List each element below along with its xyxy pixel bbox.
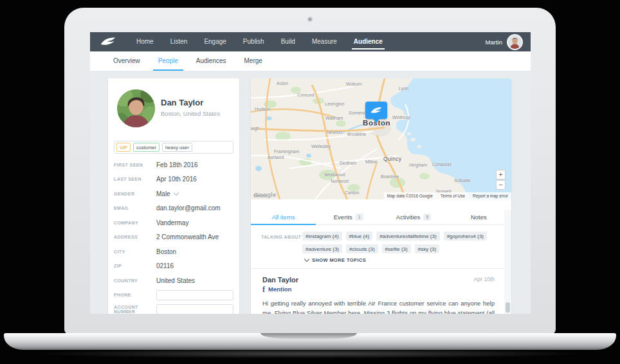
field-value: Boston [156,248,176,255]
field-value: Apr 10th 2016 [156,176,197,183]
map-zoom-in-button[interactable]: + [496,170,506,179]
map-town-label: Waltham [325,116,343,120]
main-nav: Home Listen Engage Publish Build Measure… [128,32,391,51]
map-data-credit: Map data ©2016 Google [387,194,433,198]
field-address: ADDRESS 2 Commonwealth Ave [114,230,233,245]
subnav-overview[interactable]: Overview [112,51,141,71]
topic-chip[interactable]: #selfie (3) [382,244,411,253]
topic-chip[interactable]: #blue (4) [346,232,373,241]
field-account-number: ACCOUNT NUMBER [114,302,233,314]
field-value: Vandermay [156,219,188,226]
post-channel-label: Mention [268,286,291,293]
topic-chip[interactable]: #goprohero4 (3) [444,232,487,241]
nav-item-engage[interactable]: Engage [196,32,234,51]
nav-item-build[interactable]: Build [273,32,304,51]
falcon-map-marker[interactable] [365,102,387,119]
map-town-label: Newton [327,130,342,134]
topic-chip[interactable]: #clouds (3) [346,244,378,253]
falcon-logo-icon[interactable] [100,37,118,48]
subnav-merge[interactable]: Merge [243,51,264,71]
phone-input[interactable] [156,290,233,300]
terms-of-use-link[interactable]: Terms of Use [441,194,465,198]
map-town-label: Concord [297,93,314,97]
map-zoom-out-button[interactable]: − [496,180,506,190]
topic-chip[interactable]: #adventureofalifetime (3) [376,232,440,241]
field-label: FIRST SEEN [114,163,156,167]
map-town-label: Canton [345,190,360,195]
feed-post: Dan Taylor Apr 10th f Mention Hi getting… [251,268,511,314]
show-more-topics-button[interactable]: SHOW MORE TOPICS [305,257,366,263]
map-town-label: Hingham [409,163,427,167]
map-town-label: Marlborough [251,126,259,131]
map-town-label: Acton [277,81,288,86]
tags-input[interactable]: VIP customer heavy user [114,141,233,154]
field-label: CITY [114,250,156,254]
nav-item-publish[interactable]: Publish [235,32,273,51]
map-town-label: Hudson [255,107,270,111]
talking-about-label: TALKING ABOUT [261,232,302,263]
field-city: CITY Boston [114,244,233,259]
topic-chip[interactable]: #sky (3) [415,244,439,253]
tab-label: All items [272,214,295,221]
profile-header: Dan Taylor Boston, United States [108,78,239,141]
nav-item-home[interactable]: Home [128,32,162,51]
field-gender: GENDER Male [114,187,233,201]
location-map[interactable]: Acton Concord Lexington Woburn Lynn Huds… [251,78,511,199]
feed-scrollbar-thumb[interactable] [506,302,510,313]
laptop-base-notch [260,333,357,339]
subnav-people[interactable]: People [157,51,179,71]
post-body: Hi getting really annoyed with terrible … [262,298,495,314]
profile-card: Dan Taylor Boston, United States VIP cus… [108,78,239,314]
field-value: United States [156,277,195,284]
tab-notes[interactable]: Notes [446,210,511,224]
tab-events[interactable]: Events 1 [316,210,381,224]
show-more-label: SHOW MORE TOPICS [312,257,366,263]
field-country: COUNTRY United States [114,273,233,288]
map-town-label: Braintree [381,174,399,179]
profile-name: Dan Taylor [161,98,220,107]
topic-chip[interactable]: #instagram (4) [302,232,342,241]
tag-vip[interactable]: VIP [116,143,131,152]
nav-item-measure[interactable]: Measure [304,32,345,51]
facebook-icon: f [262,286,265,293]
field-label: ZIP [114,264,156,268]
map-town-label: Lexington [325,102,344,106]
field-label: COUNTRY [114,278,156,283]
user-name: Martin [486,39,502,46]
tab-all-items[interactable]: All items [251,210,316,224]
audience-subnav: Overview People Audiences Merge [90,51,531,71]
feed-scrollbar-track[interactable] [504,210,511,314]
tag-customer[interactable]: customer [133,143,160,152]
report-map-error-link[interactable]: Report a map error [473,194,508,198]
falcon-marker-icon [370,107,383,114]
gender-dropdown[interactable]: Male [156,190,178,197]
map-town-label: Dedham [340,161,356,165]
profile-identity: Dan Taylor Boston, United States [161,98,220,117]
field-value: Feb 18th 2016 [156,161,198,168]
nav-item-audience[interactable]: Audience [345,32,391,51]
content-area: Dan Taylor Boston, United States VIP cus… [90,71,531,314]
field-value: dan.taylor@gmail.com [156,205,221,212]
subnav-audiences[interactable]: Audiences [195,51,228,71]
map-town-label: Quincy [383,156,401,162]
map-town-label: Lynn [399,86,408,91]
map-town-label: Norwood [331,179,349,183]
user-menu[interactable]: Martin [486,34,523,50]
post-header: Dan Taylor Apr 10th [262,276,495,284]
account-number-input[interactable] [156,304,233,314]
app-screen: Home Listen Engage Publish Build Measure… [90,32,531,314]
tab-activities[interactable]: Activities 5 [381,210,446,224]
field-company: COMPANY Vandermay [114,215,233,230]
activity-card: Acton Concord Lexington Woburn Lynn Huds… [251,78,511,314]
map-town-label: Ashland [268,155,284,159]
nav-item-listen[interactable]: Listen [162,32,196,51]
google-logo[interactable]: Google [254,191,277,198]
activities-count-badge: 5 [423,214,431,221]
user-avatar[interactable] [507,34,523,50]
post-author: Dan Taylor [262,276,298,284]
field-label: LAST SEEN [114,177,156,181]
field-last-seen: LAST SEEN Apr 10th 2016 [114,172,233,187]
tag-heavy-user[interactable]: heavy user [162,143,192,152]
topic-chip[interactable]: #adventure (3) [302,244,342,253]
field-value: 02116 [156,262,174,269]
